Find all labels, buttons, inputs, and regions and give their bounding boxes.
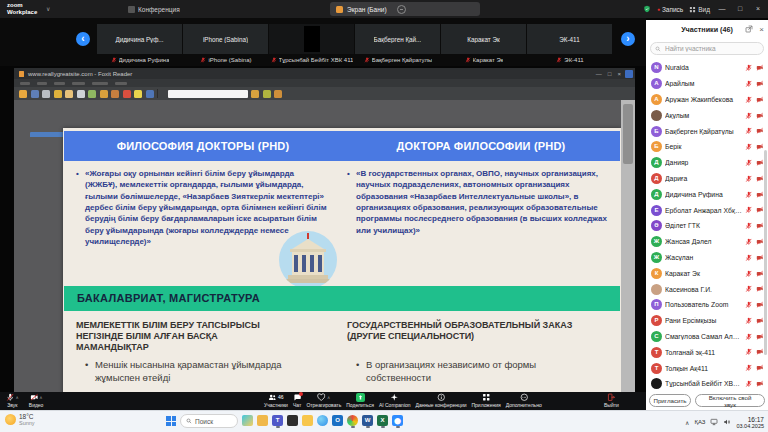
participant-row[interactable]: Ақулым bbox=[646, 107, 768, 123]
camera-off-icon[interactable] bbox=[756, 285, 764, 293]
mic-off-icon[interactable] bbox=[745, 364, 753, 372]
save-icon[interactable] bbox=[31, 90, 39, 98]
foxit-menu-file[interactable] bbox=[20, 82, 30, 85]
leave-button[interactable]: Выйти bbox=[604, 393, 619, 409]
participant-row[interactable]: Б Берік bbox=[646, 139, 768, 155]
tab-meeting[interactable]: Конференция bbox=[128, 2, 180, 16]
display-icon[interactable] bbox=[710, 418, 718, 426]
camera-off-icon[interactable] bbox=[756, 127, 764, 135]
apps-button[interactable]: Приложения bbox=[471, 393, 500, 409]
participant-row[interactable]: Касеинова Г.И. bbox=[646, 281, 768, 297]
more-button[interactable]: Дополнительно bbox=[506, 393, 542, 409]
chat-button[interactable]: Чат bbox=[293, 393, 302, 409]
taskbar-photos-icon[interactable] bbox=[242, 415, 253, 428]
react-button[interactable]: ∧ Отреагировать bbox=[306, 393, 341, 409]
camera-off-icon[interactable] bbox=[756, 96, 764, 104]
participant-row[interactable]: Ә Әділет ГТК bbox=[646, 218, 768, 234]
mic-off-icon[interactable] bbox=[745, 238, 753, 246]
taskbar-weather-widget[interactable]: 18°C Sunny bbox=[5, 413, 35, 426]
mute-button[interactable]: ∧ Звук bbox=[6, 393, 19, 409]
camera-off-icon[interactable] bbox=[756, 206, 764, 214]
mic-off-icon[interactable] bbox=[745, 333, 753, 341]
foxit-minimize-button[interactable]: — bbox=[596, 71, 602, 77]
zoom-tool-icon[interactable] bbox=[100, 90, 108, 98]
mic-off-icon[interactable] bbox=[745, 159, 753, 167]
participant-row[interactable]: Б Бақберген Қайратулы bbox=[646, 123, 768, 139]
fit-page-icon[interactable] bbox=[274, 90, 282, 98]
camera-off-icon[interactable] bbox=[756, 301, 764, 309]
maximize-button[interactable]: □ bbox=[734, 0, 746, 18]
minimize-button[interactable]: — bbox=[716, 0, 728, 18]
email-icon[interactable] bbox=[54, 90, 62, 98]
zoom-out-icon[interactable] bbox=[251, 90, 259, 98]
mic-off-icon[interactable] bbox=[745, 206, 753, 214]
participant-row[interactable]: С Смагулова Самал Алтысбеко... bbox=[646, 329, 768, 345]
mic-off-icon[interactable] bbox=[745, 127, 753, 135]
participant-row[interactable]: А Аружан Жакипбекова bbox=[646, 92, 768, 108]
mic-off-icon[interactable] bbox=[745, 96, 753, 104]
camera-off-icon[interactable] bbox=[756, 175, 764, 183]
camera-off-icon[interactable] bbox=[756, 80, 764, 88]
video-tile[interactable]: ЭК-411 ЭК-411 bbox=[527, 24, 613, 65]
taskbar-excel-icon[interactable]: X bbox=[377, 415, 388, 428]
foxit-scrollbar-thumb[interactable] bbox=[623, 104, 633, 164]
participant-row[interactable]: А Арайлым bbox=[646, 76, 768, 92]
taskbar-store-icon[interactable] bbox=[287, 415, 298, 428]
mic-off-icon[interactable] bbox=[745, 143, 753, 151]
tray-chevron-up-icon[interactable]: ∧ bbox=[685, 419, 689, 426]
foxit-menu-help[interactable] bbox=[115, 82, 127, 85]
share-screen-button[interactable]: Поделиться bbox=[346, 393, 374, 409]
video-tile[interactable]: Каракат Эк Каракат Эк bbox=[441, 24, 527, 65]
camera-off-icon[interactable] bbox=[756, 333, 764, 341]
participant-row[interactable]: Тұрсынбай Бейбіт ХВК 411 bbox=[646, 376, 768, 392]
mic-off-icon[interactable] bbox=[745, 254, 753, 262]
participant-search-input[interactable] bbox=[663, 44, 755, 53]
meeting-info-button[interactable]: Данные конференции bbox=[416, 393, 467, 409]
taskbar-zoom-icon[interactable]: ⬤ bbox=[392, 415, 403, 428]
camera-off-icon[interactable] bbox=[756, 143, 764, 151]
participant-row[interactable]: Т Толганай эқ-411 bbox=[646, 344, 768, 360]
start-button[interactable] bbox=[166, 416, 176, 426]
camera-off-icon[interactable] bbox=[756, 64, 764, 72]
participant-row[interactable]: Ж Жасулан bbox=[646, 250, 768, 266]
bookmark-icon[interactable] bbox=[123, 90, 131, 98]
foxit-menu-edit[interactable] bbox=[37, 82, 47, 85]
taskbar-teams-icon[interactable]: T bbox=[272, 415, 283, 428]
chevron-down-icon[interactable]: ∨ bbox=[46, 5, 50, 12]
participant-row[interactable]: К Каракат Эк bbox=[646, 265, 768, 281]
filmstrip-prev-button[interactable]: ‹ bbox=[76, 32, 90, 46]
taskbar-word-icon[interactable]: W bbox=[362, 415, 373, 428]
snapshot-icon[interactable] bbox=[88, 90, 96, 98]
camera-off-icon[interactable] bbox=[756, 112, 764, 120]
foxit-menu-comments[interactable] bbox=[92, 82, 108, 85]
camera-off-icon[interactable] bbox=[756, 191, 764, 199]
mic-off-icon[interactable] bbox=[745, 112, 753, 120]
invite-button[interactable]: Пригласить bbox=[649, 394, 691, 407]
close-button[interactable]: × bbox=[752, 0, 764, 18]
mic-off-icon[interactable] bbox=[745, 301, 753, 309]
taskbar-edge-icon[interactable] bbox=[317, 415, 328, 428]
screen-options-icon[interactable] bbox=[397, 5, 406, 14]
mic-off-icon[interactable] bbox=[745, 348, 753, 356]
camera-off-icon[interactable] bbox=[756, 380, 764, 388]
mic-off-icon[interactable] bbox=[745, 380, 753, 388]
recording-indicator[interactable]: ● Запись bbox=[657, 6, 683, 13]
participant-row[interactable]: Е Ерболат Анжарал Хбқ-411 bbox=[646, 202, 768, 218]
camera-off-icon[interactable] bbox=[756, 364, 764, 372]
mic-off-icon[interactable] bbox=[745, 80, 753, 88]
speaker-icon[interactable] bbox=[723, 418, 731, 426]
hand-tool-icon[interactable] bbox=[65, 90, 73, 98]
select-text-icon[interactable] bbox=[77, 90, 85, 98]
open-folder-icon[interactable] bbox=[19, 90, 27, 98]
taskbar-folder-icon[interactable] bbox=[302, 415, 313, 428]
chevron-up-icon[interactable]: ∧ bbox=[327, 395, 330, 400]
video-tile[interactable]: Дидичина Руф... Дидичина Руфина bbox=[97, 24, 183, 65]
filmstrip-next-button[interactable]: › bbox=[621, 32, 635, 46]
mic-off-icon[interactable] bbox=[745, 222, 753, 230]
find-icon[interactable] bbox=[146, 90, 154, 98]
participant-row[interactable]: Р Рани Ерсімқызы bbox=[646, 313, 768, 329]
mic-off-icon[interactable] bbox=[745, 175, 753, 183]
foxit-scrollbar[interactable] bbox=[621, 100, 635, 392]
participant-row[interactable]: П Пользователь Zoom bbox=[646, 297, 768, 313]
camera-off-icon[interactable] bbox=[756, 159, 764, 167]
